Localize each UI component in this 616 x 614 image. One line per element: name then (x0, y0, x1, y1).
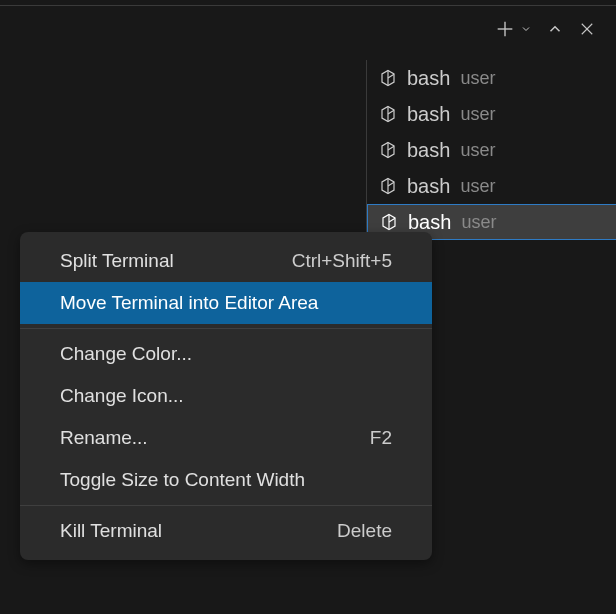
panel-top-border (0, 5, 616, 6)
menu-label: Rename... (60, 427, 148, 449)
terminal-item[interactable]: bash user (367, 132, 616, 168)
terminal-label: user (460, 176, 495, 197)
menu-move-to-editor[interactable]: Move Terminal into Editor Area (20, 282, 432, 324)
menu-label: Change Color... (60, 343, 192, 365)
terminal-bash-icon (379, 69, 397, 87)
new-terminal-group[interactable] (494, 18, 532, 40)
terminal-bash-icon (379, 105, 397, 123)
close-icon[interactable] (578, 20, 596, 38)
plus-icon[interactable] (494, 18, 516, 40)
terminal-name: bash (407, 175, 450, 198)
menu-change-icon[interactable]: Change Icon... (20, 375, 432, 417)
terminal-label: user (461, 212, 496, 233)
terminal-bash-icon (379, 177, 397, 195)
terminal-name: bash (408, 211, 451, 234)
menu-shortcut: Ctrl+Shift+5 (292, 250, 392, 272)
terminal-toolbar (494, 18, 596, 40)
menu-divider (20, 505, 432, 506)
terminal-name: bash (407, 139, 450, 162)
terminal-context-menu: Split Terminal Ctrl+Shift+5 Move Termina… (20, 232, 432, 560)
menu-label: Change Icon... (60, 385, 184, 407)
menu-label: Toggle Size to Content Width (60, 469, 305, 491)
terminal-label: user (460, 140, 495, 161)
terminal-name: bash (407, 67, 450, 90)
menu-rename[interactable]: Rename... F2 (20, 417, 432, 459)
terminal-item[interactable]: bash user (367, 60, 616, 96)
menu-label: Split Terminal (60, 250, 174, 272)
terminal-bash-icon (380, 213, 398, 231)
terminal-label: user (460, 68, 495, 89)
terminal-item[interactable]: bash user (367, 168, 616, 204)
terminal-name: bash (407, 103, 450, 126)
menu-split-terminal[interactable]: Split Terminal Ctrl+Shift+5 (20, 240, 432, 282)
menu-shortcut: Delete (337, 520, 392, 542)
chevron-up-icon[interactable] (546, 20, 564, 38)
terminal-list: bash user bash user bash user bash user … (366, 60, 616, 240)
menu-kill-terminal[interactable]: Kill Terminal Delete (20, 510, 432, 552)
menu-change-color[interactable]: Change Color... (20, 333, 432, 375)
terminal-item[interactable]: bash user (367, 96, 616, 132)
terminal-label: user (460, 104, 495, 125)
menu-label: Move Terminal into Editor Area (60, 292, 318, 314)
menu-toggle-size[interactable]: Toggle Size to Content Width (20, 459, 432, 501)
chevron-down-icon[interactable] (520, 23, 532, 35)
terminal-bash-icon (379, 141, 397, 159)
menu-divider (20, 328, 432, 329)
menu-label: Kill Terminal (60, 520, 162, 542)
menu-shortcut: F2 (370, 427, 392, 449)
